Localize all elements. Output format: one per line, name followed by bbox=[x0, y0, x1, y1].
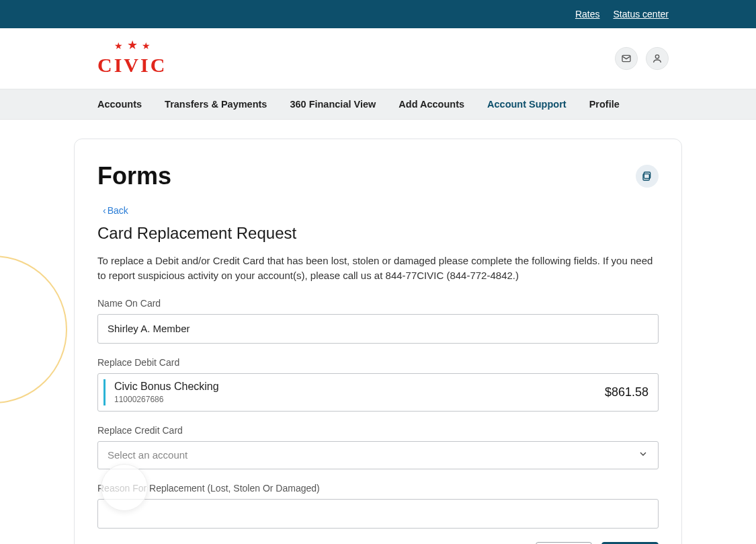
reason-input[interactable] bbox=[97, 499, 659, 529]
form-description: To replace a Debit and/or Credit Card th… bbox=[97, 254, 659, 283]
field-replace-debit: Replace Debit Card Civic Bonus Checking … bbox=[97, 357, 659, 412]
account-accent-bar bbox=[103, 379, 106, 405]
debit-account-number: 11000267686 bbox=[114, 395, 219, 404]
forms-card: Forms ‹ Back Card Replacement Request To… bbox=[74, 139, 682, 544]
logo-text: CIVIC bbox=[97, 54, 167, 77]
brand-logo[interactable]: ★★★ CIVIC bbox=[97, 40, 167, 77]
page-title: Forms bbox=[97, 162, 171, 190]
field-reason: Reason For Replacement (Lost, Stolen Or … bbox=[97, 483, 659, 529]
nav-transfers-payments[interactable]: Transfers & Payments bbox=[165, 99, 267, 110]
name-on-card-label: Name On Card bbox=[97, 298, 659, 309]
replace-credit-label: Replace Credit Card bbox=[97, 425, 659, 436]
decorative-arc bbox=[0, 256, 67, 403]
nav-360-financial-view[interactable]: 360 Financial View bbox=[290, 99, 376, 110]
credit-select-placeholder: Select an account bbox=[108, 449, 187, 461]
credit-account-select[interactable]: Select an account bbox=[97, 441, 659, 469]
nav-accounts[interactable]: Accounts bbox=[97, 99, 142, 110]
debit-account-name: Civic Bonus Checking bbox=[114, 381, 219, 393]
reason-label: Reason For Replacement (Lost, Stolen Or … bbox=[97, 483, 659, 494]
nav-add-accounts[interactable]: Add Accounts bbox=[398, 99, 464, 110]
main-nav: Accounts Transfers & Payments 360 Financ… bbox=[0, 89, 756, 120]
name-on-card-input[interactable] bbox=[97, 314, 659, 344]
field-name-on-card: Name On Card bbox=[97, 298, 659, 344]
nav-account-support[interactable]: Account Support bbox=[487, 99, 566, 110]
user-icon[interactable] bbox=[646, 47, 669, 70]
header-actions bbox=[615, 47, 669, 70]
form-heading: Card Replacement Request bbox=[97, 224, 659, 243]
back-link[interactable]: ‹ Back bbox=[103, 205, 128, 216]
debit-account-select[interactable]: Civic Bonus Checking 11000267686 $861.58 bbox=[97, 373, 659, 412]
top-utility-bar: Rates Status center bbox=[0, 0, 756, 28]
mail-icon[interactable] bbox=[615, 47, 638, 70]
status-center-link[interactable]: Status center bbox=[614, 9, 669, 20]
form-actions: Cancel Submit bbox=[97, 542, 659, 545]
field-replace-credit: Replace Credit Card Select an account bbox=[97, 425, 659, 469]
chevron-down-icon bbox=[638, 449, 648, 462]
svg-point-1 bbox=[655, 55, 659, 59]
header: ★★★ CIVIC bbox=[0, 28, 756, 89]
replace-debit-label: Replace Debit Card bbox=[97, 357, 659, 368]
save-form-icon[interactable] bbox=[636, 165, 659, 188]
logo-stars-icon: ★★★ bbox=[114, 40, 151, 55]
rates-link[interactable]: Rates bbox=[575, 9, 600, 20]
chevron-left-icon: ‹ bbox=[103, 205, 106, 216]
cancel-button[interactable]: Cancel bbox=[536, 542, 593, 545]
submit-button[interactable]: Submit bbox=[601, 542, 659, 545]
back-link-label: Back bbox=[108, 205, 128, 216]
debit-account-balance: $861.58 bbox=[605, 385, 648, 399]
nav-profile[interactable]: Profile bbox=[589, 99, 620, 110]
